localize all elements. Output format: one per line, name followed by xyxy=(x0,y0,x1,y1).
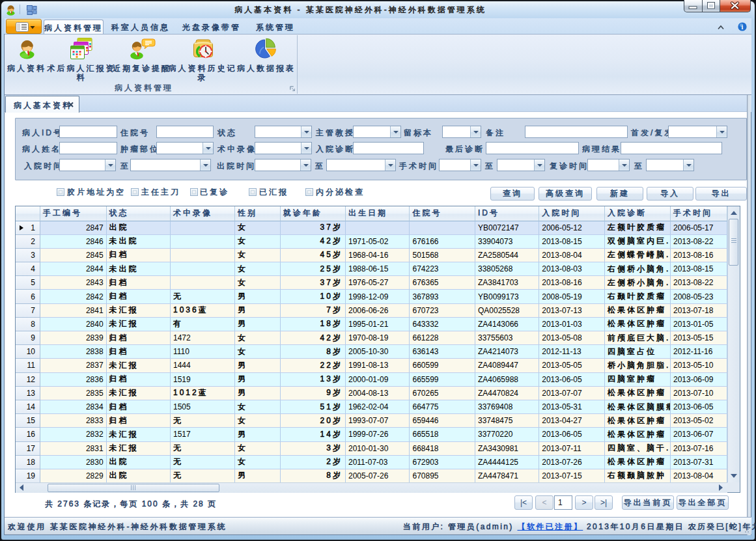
svg-text:i: i xyxy=(742,23,744,31)
